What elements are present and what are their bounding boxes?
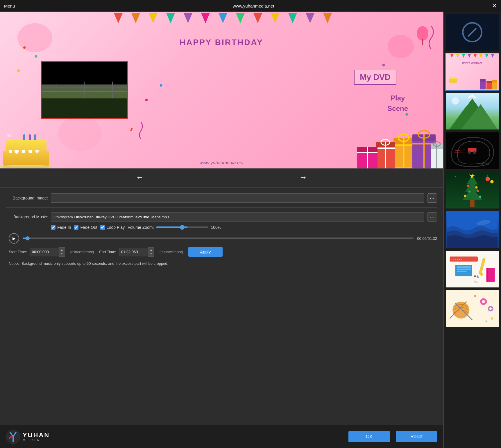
fade-in-checkbox[interactable]	[51, 225, 56, 230]
svg-text:MY NY: MY NY	[481, 162, 490, 165]
prev-arrow-button[interactable]: ←	[136, 173, 144, 182]
svg-point-111	[486, 321, 487, 322]
logo-icon	[6, 429, 20, 444]
thumbnail-6[interactable]	[445, 211, 499, 249]
confetti	[382, 64, 385, 67]
start-time-down[interactable]: ▼	[59, 252, 65, 256]
play-button[interactable]: ▶	[9, 233, 19, 244]
end-time-up[interactable]: ▲	[148, 248, 154, 252]
fade-out-option: Fade Out	[74, 225, 97, 230]
ok-button[interactable]: OK	[348, 431, 390, 442]
logo-name: YUHAN	[23, 432, 50, 438]
thumbnail-5[interactable]	[445, 171, 499, 209]
bg-music-input[interactable]	[51, 212, 424, 222]
play-scene-text: Play Scene	[387, 93, 408, 114]
next-arrow-button[interactable]: →	[299, 173, 307, 182]
menu-button[interactable]: Menu	[4, 3, 15, 8]
svg-point-83	[490, 180, 494, 183]
bg-image-label: Background Image:	[6, 196, 48, 200]
start-time-up[interactable]: ▲	[59, 248, 65, 252]
svg-rect-93	[457, 269, 471, 270]
birthday-cake	[6, 134, 52, 168]
start-time-unit: (min/sec/msec)	[70, 250, 94, 254]
progress-track[interactable]	[23, 238, 414, 239]
thumbnail-1[interactable]	[445, 13, 499, 51]
progress-thumb[interactable]	[26, 236, 30, 240]
fade-out-checkbox[interactable]	[74, 225, 78, 230]
school-svg: 1 2 3 4 5 6 Aa ABC	[446, 251, 499, 287]
end-time-input[interactable]	[119, 248, 148, 256]
bg-music-more-button[interactable]: ⋯	[427, 212, 437, 222]
mini-hb-text: HAPPY BIRTHDAY	[462, 62, 482, 64]
confetti	[35, 55, 37, 58]
time-row: Start Time: ▲ ▼ (min/sec/msec) End Time:…	[6, 247, 437, 257]
end-time-group: ▲ ▼	[119, 247, 154, 257]
play-text: Play	[387, 93, 408, 103]
svg-marker-3	[149, 13, 158, 23]
scene-text: Scene	[387, 103, 408, 114]
video-road	[42, 98, 127, 118]
thumbnail-7[interactable]: 1 2 3 4 5 6 Aa ABC	[445, 250, 499, 288]
thumbnail-4[interactable]: MY NY	[445, 132, 499, 170]
end-time-down[interactable]: ▼	[148, 252, 154, 256]
svg-point-79	[464, 195, 466, 197]
logo-sub: MEDIA	[23, 438, 50, 442]
start-time-input[interactable]	[30, 248, 59, 256]
logo-area: YUHAN MEDIA	[6, 429, 50, 444]
confetti	[145, 98, 148, 101]
svg-marker-10	[271, 13, 280, 23]
svg-point-63	[473, 151, 476, 154]
video-overlay	[42, 62, 127, 84]
svg-marker-47	[468, 54, 471, 58]
volume-slider[interactable]	[156, 226, 208, 228]
reset-button[interactable]: Reset	[396, 431, 437, 442]
nav-arrows-bar: ← →	[0, 168, 443, 186]
bg-image-input[interactable]	[51, 193, 424, 203]
svg-point-75	[467, 185, 469, 187]
bg-image-row: Background Image: ⋯	[6, 193, 437, 203]
svg-marker-44	[450, 54, 453, 58]
confetti	[17, 69, 20, 72]
svg-marker-1	[114, 13, 123, 23]
video-powerline	[42, 82, 127, 98]
svg-point-108	[489, 307, 492, 310]
close-button[interactable]: ✕	[492, 3, 497, 9]
end-time-unit: (min/sec/msec)	[160, 250, 183, 254]
right-panel-thumbnails: HAPPY BIRTHDAY	[443, 12, 501, 448]
thumbnail-8[interactable]	[445, 290, 499, 328]
svg-marker-73	[462, 187, 482, 200]
christmas-svg	[446, 172, 499, 208]
loop-play-checkbox[interactable]	[100, 225, 105, 230]
end-time-spinner: ▲ ▼	[148, 247, 154, 257]
ribbon-decoration-2	[137, 122, 145, 139]
svg-point-106	[482, 300, 485, 303]
bunting-decoration	[0, 12, 443, 35]
svg-text:ABC: ABC	[474, 280, 478, 283]
svg-marker-2	[131, 13, 140, 23]
bg-image-more-button[interactable]: ⋯	[427, 193, 437, 203]
separator-1	[0, 187, 443, 188]
frame-corner-bl	[41, 114, 46, 119]
playback-row: ▶ 00:00/01:32	[6, 233, 437, 244]
svg-rect-74	[470, 200, 475, 207]
bg-blob-2	[388, 35, 414, 58]
bg-music-row: Background Music: ⋯	[6, 212, 437, 222]
svg-point-67	[455, 176, 456, 177]
svg-point-70	[492, 174, 492, 175]
svg-point-62	[468, 151, 471, 154]
app-url: www.yuhanmedia.net	[233, 3, 274, 8]
separator-2	[6, 207, 437, 208]
video-content	[42, 62, 127, 118]
start-time-spinner: ▲ ▼	[59, 247, 65, 257]
svg-marker-8	[236, 13, 245, 23]
racing-svg: MY NY	[446, 132, 499, 169]
thumbnail-3[interactable]	[445, 92, 499, 130]
bg-blob-3	[58, 116, 102, 151]
ocean-svg	[446, 211, 499, 248]
svg-marker-49	[479, 54, 482, 58]
fade-out-label: Fade Out	[80, 225, 97, 230]
mountain-svg	[446, 93, 499, 129]
thumbnail-2[interactable]: HAPPY BIRTHDAY	[445, 53, 499, 91]
cake-top-layer	[6, 140, 46, 151]
apply-button[interactable]: Apply	[188, 247, 223, 257]
